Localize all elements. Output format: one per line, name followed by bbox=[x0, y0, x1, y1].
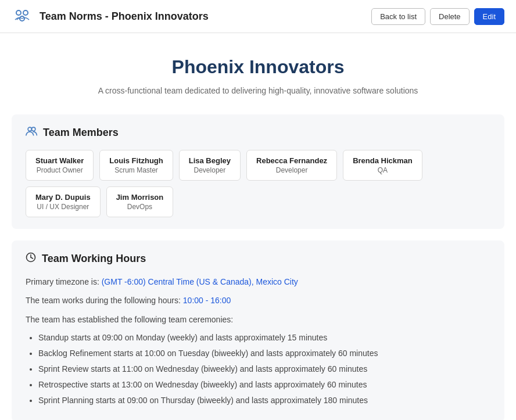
ceremonies-list: Standup starts at 09:00 on Monday (weekl… bbox=[26, 332, 490, 407]
timezone-line: Primary timezone is: (GMT -6:00) Central… bbox=[26, 275, 490, 288]
svg-point-1 bbox=[23, 10, 28, 15]
member-card: Louis Fitzhugh Scrum Master bbox=[99, 150, 173, 181]
member-name: Stuart Walker bbox=[35, 156, 84, 165]
ceremony-item: Sprint Review starts at 11:00 on Wednesd… bbox=[38, 363, 490, 375]
member-role: QA bbox=[353, 166, 413, 174]
ceremonies-intro: The team has established the following t… bbox=[26, 313, 490, 326]
topbar-actions: Back to list Delete Edit bbox=[371, 8, 504, 25]
team-name: Phoenix Innovators bbox=[12, 56, 504, 78]
member-card: Jim Morrison DevOps bbox=[106, 186, 174, 217]
member-name: Mary D. Dupuis bbox=[35, 193, 91, 202]
working-hours-title: Team Working Hours bbox=[42, 253, 146, 265]
member-card: Stuart Walker Product Owner bbox=[26, 150, 94, 181]
member-role: Scrum Master bbox=[109, 166, 163, 174]
back-to-list-button[interactable]: Back to list bbox=[371, 8, 425, 25]
member-card: Mary D. Dupuis UI / UX Designer bbox=[26, 186, 101, 217]
member-name: Jim Morrison bbox=[116, 193, 164, 202]
member-role: Developer bbox=[189, 166, 231, 174]
svg-point-0 bbox=[16, 10, 21, 15]
member-name: Brenda Hickman bbox=[353, 156, 413, 165]
hours-line: The team works during the following hour… bbox=[26, 294, 490, 307]
delete-button[interactable]: Delete bbox=[430, 8, 470, 25]
team-members-section: Team Members Stuart Walker Product Owner… bbox=[12, 114, 504, 229]
hero-section: Phoenix Innovators A cross-functional te… bbox=[12, 45, 504, 114]
ceremony-item: Standup starts at 09:00 on Monday (weekl… bbox=[38, 332, 490, 344]
team-members-title: Team Members bbox=[43, 127, 119, 139]
working-hours-section: Team Working Hours Primary timezone is: … bbox=[12, 240, 504, 420]
team-members-header: Team Members bbox=[26, 126, 490, 139]
member-name: Lisa Begley bbox=[189, 156, 231, 165]
ceremony-item: Sprint Planning starts at 09:00 on Thurs… bbox=[38, 394, 490, 407]
member-card: Brenda Hickman QA bbox=[343, 150, 422, 181]
member-name: Louis Fitzhugh bbox=[109, 156, 163, 165]
members-icon bbox=[26, 126, 37, 139]
topbar-left: Team Norms - Phoenix Innovators bbox=[12, 6, 209, 27]
svg-line-7 bbox=[31, 257, 33, 259]
member-role: DevOps bbox=[116, 203, 164, 211]
svg-point-3 bbox=[28, 127, 31, 131]
clock-icon bbox=[26, 252, 36, 265]
members-grid: Stuart Walker Product Owner Louis Fitzhu… bbox=[26, 150, 490, 217]
member-card: Rebecca Fernandez Developer bbox=[246, 150, 337, 181]
ceremony-item: Backlog Refinement starts at 10:00 on Tu… bbox=[38, 347, 490, 360]
topbar: Team Norms - Phoenix Innovators Back to … bbox=[0, 0, 516, 33]
page-content: Phoenix Innovators A cross-functional te… bbox=[0, 33, 516, 420]
edit-button[interactable]: Edit bbox=[474, 8, 504, 25]
svg-point-4 bbox=[31, 127, 35, 131]
member-role: Product Owner bbox=[35, 166, 84, 174]
ceremony-item: Retrospective starts at 13:00 on Wednesd… bbox=[38, 379, 490, 391]
timezone-value: (GMT -6:00) Central Time (US & Canada), … bbox=[102, 277, 298, 286]
member-card: Lisa Begley Developer bbox=[179, 150, 241, 181]
topbar-title: Team Norms - Phoenix Innovators bbox=[40, 10, 209, 23]
member-role: Developer bbox=[256, 166, 327, 174]
member-name: Rebecca Fernandez bbox=[256, 156, 327, 165]
team-icon bbox=[12, 6, 33, 27]
team-description: A cross-functional team dedicated to del… bbox=[12, 85, 504, 97]
hours-value: 10:00 - 16:00 bbox=[183, 296, 231, 305]
member-role: UI / UX Designer bbox=[35, 203, 91, 211]
working-hours-header: Team Working Hours bbox=[26, 252, 490, 265]
